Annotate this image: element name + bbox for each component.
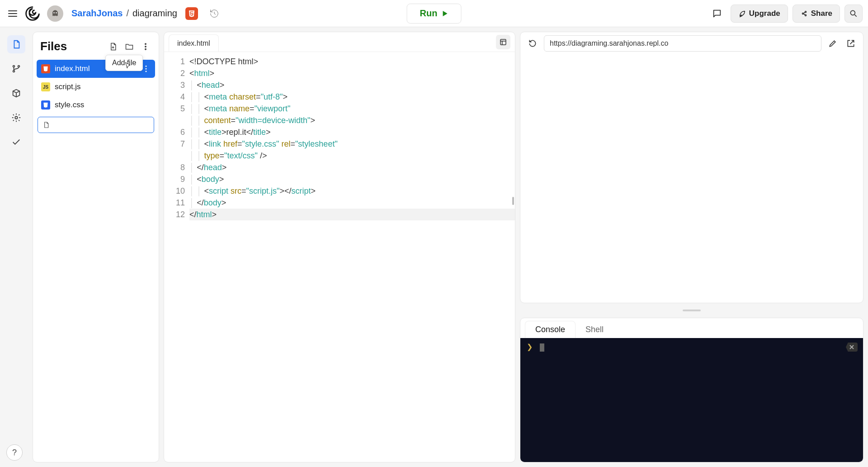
spiral-icon [24, 5, 41, 22]
right-panel: ConsoleShell ❯ [520, 32, 863, 462]
pane-drag-handle[interactable] [520, 308, 863, 313]
svg-point-5 [850, 10, 855, 15]
x-icon [849, 344, 854, 350]
new-folder-icon [125, 42, 134, 51]
external-link-icon [846, 39, 855, 48]
language-badge [185, 7, 198, 20]
console-cursor [540, 343, 544, 352]
chat-icon [712, 9, 722, 19]
rail-settings[interactable] [7, 109, 25, 127]
add-folder-button[interactable] [123, 41, 135, 52]
pencil-icon [828, 39, 837, 48]
file-name: style.css [55, 100, 151, 110]
gear-icon [11, 113, 21, 123]
console-tab-console[interactable]: Console [525, 321, 576, 338]
history-icon [209, 9, 219, 19]
svg-point-14 [146, 68, 147, 70]
console-pane: ConsoleShell ❯ [520, 318, 863, 462]
files-more-button[interactable] [140, 41, 151, 52]
files-title: Files [40, 39, 107, 53]
editor-tab-index[interactable]: index.html [169, 34, 219, 52]
console-body[interactable]: ❯ [520, 338, 863, 462]
rail-checks[interactable] [7, 133, 25, 151]
cube-icon [11, 88, 21, 98]
header-right: Upgrade Share [708, 5, 863, 23]
replit-logo[interactable] [24, 5, 41, 22]
kebab-icon [141, 42, 150, 51]
rail-files[interactable] [7, 35, 25, 53]
svg-point-7 [13, 71, 15, 72]
workspace: Files Add file index.htmlJSscript.jsstyl… [0, 27, 868, 467]
svg-point-13 [146, 66, 147, 67]
run-button[interactable]: Run [407, 4, 462, 24]
left-rail [5, 32, 28, 462]
reload-icon [528, 39, 537, 48]
new-file-input-row[interactable] [38, 117, 154, 133]
file-row-script-js[interactable]: JSscript.js [37, 78, 155, 96]
rocket-icon [738, 10, 746, 18]
preview-reload-button[interactable] [526, 37, 539, 50]
svg-point-0 [53, 12, 55, 13]
breadcrumb-sep: / [126, 8, 129, 19]
upgrade-button[interactable]: Upgrade [731, 5, 788, 23]
file-row-style-css[interactable]: style.css [37, 96, 155, 114]
preview-body[interactable] [520, 55, 863, 303]
rail-packages[interactable] [7, 84, 25, 102]
share-button[interactable]: Share [793, 5, 840, 23]
chat-button[interactable] [708, 5, 726, 23]
files-panel: Files Add file index.htmlJSscript.jsstyl… [33, 32, 159, 462]
code-body[interactable]: <!DOCTYPE html><html>│ <head>│ │ <meta c… [189, 52, 515, 462]
rail-version-control[interactable] [7, 60, 25, 78]
hamburger-icon [7, 8, 18, 19]
svg-point-12 [145, 48, 146, 50]
mouse-cursor [123, 61, 133, 73]
preview-edit-button[interactable] [826, 37, 840, 50]
help-button[interactable]: ? [6, 444, 23, 461]
blank-file-icon [42, 121, 50, 129]
file-name: script.js [55, 82, 151, 91]
share-icon [800, 10, 808, 18]
editor-tabs: index.html [164, 32, 515, 52]
line-gutter: 12345 67 89101112 [164, 52, 189, 462]
console-clear-button[interactable] [846, 343, 858, 352]
layout-icon [499, 38, 507, 46]
code-area[interactable]: 12345 67 89101112 <!DOCTYPE html><html>│… [164, 52, 515, 462]
preview-open-button[interactable] [844, 37, 858, 50]
svg-point-9 [15, 116, 18, 119]
upgrade-label: Upgrade [749, 9, 780, 18]
play-icon [441, 10, 448, 17]
preview-pane [520, 32, 863, 303]
svg-point-10 [145, 43, 146, 44]
svg-point-11 [145, 46, 146, 47]
svg-point-2 [802, 13, 803, 14]
svg-point-15 [146, 71, 147, 72]
breadcrumb-repo[interactable]: diagraming [132, 8, 177, 19]
run-label: Run [420, 8, 438, 19]
add-file-button[interactable] [107, 41, 119, 52]
preview-url-input[interactable] [544, 35, 821, 52]
branch-icon [11, 64, 21, 74]
header: SarahJonas / diagraming Run Upgrade Shar… [0, 0, 868, 27]
new-file-input[interactable] [53, 121, 149, 129]
history-button[interactable] [207, 6, 222, 21]
check-icon [11, 137, 21, 147]
minimap-scroll[interactable] [512, 197, 514, 205]
search-icon [849, 9, 858, 18]
css-file-icon [41, 100, 50, 110]
avatar[interactable] [47, 5, 63, 22]
share-label: Share [811, 9, 832, 18]
files-actions [107, 41, 151, 52]
editor-layout-button[interactable] [496, 35, 510, 49]
html5-icon [188, 10, 196, 18]
svg-rect-16 [500, 39, 506, 45]
file-icon [11, 39, 21, 49]
svg-point-1 [56, 12, 57, 13]
breadcrumb-user[interactable]: SarahJonas [71, 8, 123, 19]
editor-panel: index.html 12345 67 89101112 <!DOCTYPE h… [164, 32, 515, 462]
js-file-icon: JS [41, 82, 50, 91]
search-button[interactable] [844, 5, 863, 23]
console-tab-shell[interactable]: Shell [576, 321, 613, 338]
menu-button[interactable] [5, 6, 20, 21]
console-prompt: ❯ [527, 343, 533, 351]
breadcrumb: SarahJonas / diagraming [71, 8, 177, 19]
